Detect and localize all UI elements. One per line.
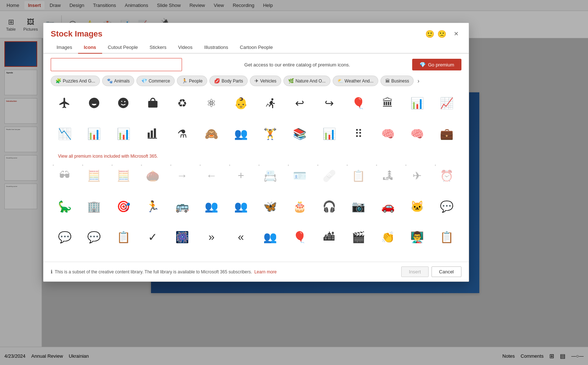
icon-meeting[interactable]: 👥 [227,120,255,147]
emoji-happy-icon[interactable]: 🙂 [425,30,434,38]
icon-forward[interactable]: ↪ [315,89,343,117]
icon-fireworks[interactable]: 🎆 [168,223,196,251]
icon-chevrons-left[interactable]: « [227,223,255,251]
icon-id-card[interactable]: ♦ 🪪 [286,162,314,189]
chip-commerce[interactable]: 💎 Commerce [136,76,175,86]
icon-arrow-right[interactable]: ♦ → [168,162,196,189]
icon-clapperboard[interactable]: 🎬 [345,223,372,251]
icon-checklist[interactable]: 📋 [109,223,137,251]
icon-recycle[interactable]: ♻ [168,89,196,117]
icon-crowd[interactable]: 👥 [198,192,225,220]
icon-brain[interactable]: 🧠 [374,120,402,147]
icon-smiley[interactable] [80,89,108,117]
icon-speech-dots2[interactable]: 💬 [80,223,108,251]
chip-business[interactable]: 🏛 Business [380,76,414,86]
icon-flask[interactable]: ⚗ [168,120,196,147]
category-next-arrow[interactable]: › [416,76,421,86]
icon-abacus[interactable]: ♦ 🧮 [80,162,108,189]
icon-large-group[interactable]: 👥 [256,223,284,251]
icon-presenter[interactable]: 👨‍🏫 [403,223,431,251]
icon-crawl[interactable] [256,89,284,117]
close-button[interactable]: ✕ [451,29,461,39]
icon-building[interactable]: 🏛 [374,89,402,117]
icon-group-people[interactable]: 👥 [227,192,255,220]
chip-weather[interactable]: ⛅ Weather And... [333,76,378,86]
icon-chat-bubbles[interactable]: 💬 [433,192,460,220]
icon-bar-chart3[interactable]: 📊 [80,120,108,147]
icon-arrow-left[interactable]: ♦ ← [198,162,225,189]
cancel-button[interactable]: Cancel [432,266,461,277]
icon-briefcase[interactable]: 💼 [433,120,460,147]
icon-camera[interactable]: 📷 [345,192,372,220]
premium-link[interactable]: View all premium icons included with Mic… [58,154,158,159]
insert-button[interactable]: Insert [401,266,429,277]
chip-animals[interactable]: 🐾 Animals [102,76,135,86]
icon-butterfly[interactable]: 🦋 [256,192,284,220]
icon-bar-down[interactable]: 📉 [51,120,78,147]
icon-customer-service[interactable]: 🎧 [315,192,343,220]
tab-stickers[interactable]: Stickers [144,42,172,54]
emoji-sad-icon[interactable]: 🙁 [437,30,446,38]
icon-dinosaur[interactable]: 🦕 [51,192,78,220]
icon-city-building[interactable]: 🏢 [80,192,108,220]
learn-more-link[interactable]: Learn more [254,269,276,274]
stock-images-dialog: Stock Images 🙂 🙁 ✕ Images Icons Cutout P… [43,23,469,282]
icon-chevrons-right[interactable]: » [198,223,225,251]
icon-braille[interactable]: ⠿ [345,120,372,147]
icon-clapping[interactable]: 👏 [374,223,402,251]
icon-landscape[interactable]: ♦ 🏞 [374,162,402,189]
tab-bar: Images Icons Cutout People Stickers Vide… [43,39,469,54]
icon-cat[interactable]: 🐱 [403,192,431,220]
icon-birthday-cake[interactable]: 🎂 [286,192,314,220]
icon-apple[interactable] [139,89,167,117]
tab-illustrations[interactable]: Illustrations [198,42,234,54]
icon-alarm-clock[interactable]: ♦ ⏰ [433,162,460,189]
icon-bar-chart4[interactable]: 📊 [109,120,137,147]
icon-bar-chart5[interactable]: 📊 [315,120,343,147]
tab-icons[interactable]: Icons [78,42,102,54]
chip-people[interactable]: 🏃 People [177,76,207,86]
tab-cutout-people[interactable]: Cutout People [102,42,144,54]
tab-videos[interactable]: Videos [172,42,198,54]
icon-books[interactable]: 📚 [286,120,314,147]
tab-cartoon-people[interactable]: Cartoon People [234,42,279,54]
icon-city-skyline[interactable]: 🏙 [315,223,343,251]
chip-vehicles[interactable]: ✈ Vehicles [250,76,281,86]
icon-bandage[interactable]: ♦ 🩹 [315,162,343,189]
go-premium-button[interactable]: 💎 Go premium [412,59,461,70]
icon-plus[interactable]: ♦ + [227,162,255,189]
chip-body-parts[interactable]: 💋 Body Parts [209,76,248,86]
icon-car[interactable]: 🚗 [374,192,402,220]
icon-speech-dots[interactable]: 💬 [51,223,78,251]
icon-eye-slash[interactable]: 🙈 [198,120,225,147]
icon-reply[interactable]: ↩ [286,89,314,117]
icon-contact-card[interactable]: ♦ 📇 [256,162,284,189]
weather-icon: ⛅ [337,78,343,84]
chip-nature[interactable]: 🌿 Nature And O... [283,76,330,86]
icon-acorn[interactable]: ♦ 🌰 [139,162,167,189]
icon-bar-chart2[interactable]: 📈 [433,89,460,117]
icon-checkmark[interactable]: ✓ [139,223,167,251]
icon-running[interactable]: 🏃 [139,192,167,220]
icon-atom[interactable]: ⚛ [198,89,225,117]
icon-airplane2[interactable]: ♦ ✈ [403,162,431,189]
icon-airplane[interactable] [51,89,78,117]
icon-weightlifter[interactable]: 🏋 [256,120,284,147]
search-input[interactable] [51,58,182,71]
icon-baby[interactable]: 👶 [227,89,255,117]
tab-images[interactable]: Images [51,42,78,54]
icon-balloons[interactable]: 🎈 [345,89,372,117]
icon-bus[interactable]: 🚌 [168,192,196,220]
icon-billboard[interactable]: ♦ 📋 [345,162,372,189]
icon-person-balloon[interactable]: 🎈 [286,223,314,251]
icon-target[interactable]: 🎯 [109,192,137,220]
icon-bar-mixed[interactable] [139,120,167,147]
icon-bar-chart1[interactable]: 📊 [403,89,431,117]
chip-puzzles[interactable]: 🧩 Puzzles And G... [51,76,100,86]
icon-wink[interactable] [109,89,137,117]
icon-abacus2[interactable]: ♦ 🧮 [109,162,137,189]
icon-3d-glasses[interactable]: ♦ 🕶 [51,162,78,189]
icon-grid-container[interactable]: ♻ ⚛ 👶 ↩ ↪ 🎈 🏛 📊 📈 📉 📊 📊 ⚗ 🙈 👥 🏋 [43,89,469,262]
icon-brain2[interactable]: 🧠 [403,120,431,147]
icon-clipboard[interactable]: 📋 [433,223,460,251]
